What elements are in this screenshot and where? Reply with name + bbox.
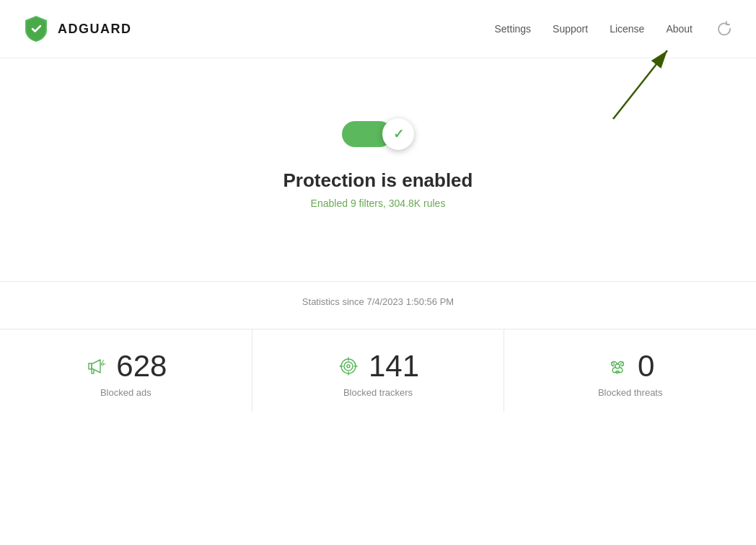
- svg-point-11: [612, 363, 615, 365]
- nav-about[interactable]: About: [666, 23, 693, 35]
- protection-toggle[interactable]: ✓: [342, 116, 414, 152]
- svg-point-2: [102, 363, 104, 365]
- main-content: ✓ Protection is enabled Enabled 9 filter…: [0, 58, 756, 209]
- app-header: ADGUARD Settings Support License About: [0, 0, 756, 58]
- blocked-threats-count: 0: [638, 351, 654, 381]
- nav-license[interactable]: License: [610, 23, 644, 35]
- protection-status-subtitle: Enabled 9 filters, 304.8K rules: [311, 198, 446, 209]
- svg-point-4: [344, 362, 353, 371]
- blocked-ads-count: 628: [116, 351, 167, 381]
- app-title: ADGUARD: [58, 22, 132, 37]
- svg-point-3: [341, 359, 356, 373]
- stat-blocked-threats[interactable]: 0 Blocked threats: [504, 329, 756, 412]
- stats-row: 628 Blocked ads 141 Blocked trackers: [0, 329, 756, 412]
- toggle-thumb: ✓: [382, 118, 414, 150]
- target-icon: [337, 355, 360, 378]
- toggle-check-icon: ✓: [393, 126, 404, 142]
- blocked-trackers-label: Blocked trackers: [343, 387, 413, 398]
- megaphone-icon: [84, 355, 107, 378]
- stat-trackers-number-row: 141: [337, 351, 419, 381]
- nav-support[interactable]: Support: [553, 23, 588, 35]
- stat-blocked-trackers[interactable]: 141 Blocked trackers: [252, 329, 505, 412]
- biohazard-icon: [606, 355, 629, 378]
- blocked-threats-label: Blocked threats: [598, 387, 663, 398]
- blocked-trackers-count: 141: [369, 351, 419, 381]
- adguard-logo-icon: [22, 14, 50, 43]
- blocked-ads-label: Blocked ads: [100, 387, 151, 398]
- logo-area: ADGUARD: [22, 14, 132, 43]
- protection-status-title: Protection is enabled: [284, 169, 473, 192]
- stat-ads-number-row: 628: [84, 351, 167, 381]
- refresh-button[interactable]: [714, 19, 734, 39]
- svg-point-12: [621, 363, 624, 365]
- svg-point-5: [347, 365, 350, 368]
- main-nav: Settings Support License About: [495, 19, 735, 39]
- stat-threats-number-row: 0: [606, 351, 654, 381]
- stats-since-label: Statistics since 7/4/2023 1:50:56 PM: [0, 296, 756, 307]
- stat-blocked-ads[interactable]: 628 Blocked ads: [0, 329, 252, 412]
- nav-settings[interactable]: Settings: [495, 23, 532, 35]
- main-divider: [0, 281, 756, 282]
